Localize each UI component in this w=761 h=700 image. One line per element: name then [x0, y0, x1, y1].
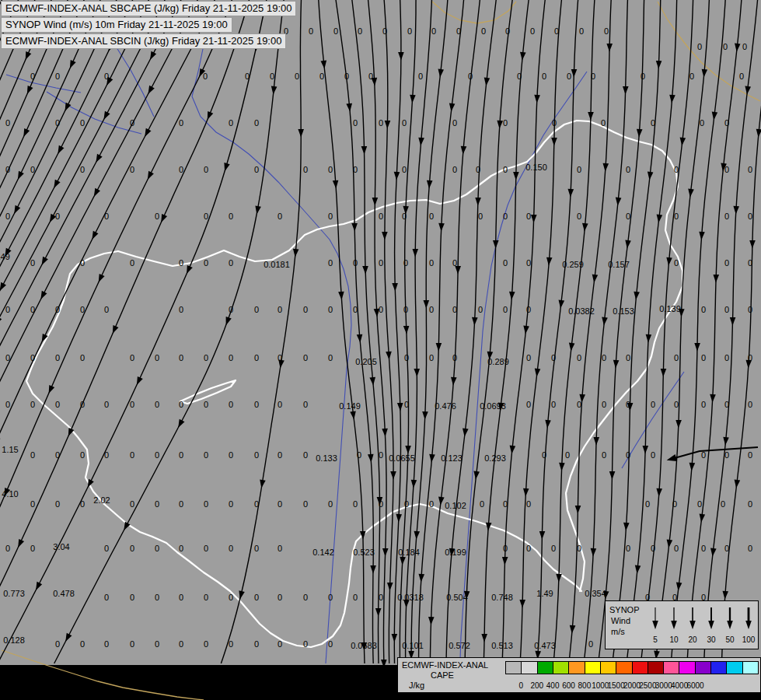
streamline-arrowhead — [199, 68, 205, 77]
wind-speed-legend: SYNOP Wind m/s 510203050100 — [605, 600, 759, 649]
streamline-arrowhead — [357, 334, 363, 343]
streamline-arrowhead — [400, 557, 406, 565]
streamline-arrowhead — [36, 582, 42, 590]
streamline-arrowhead — [99, 274, 105, 282]
cape-tick-value: 800 — [578, 681, 592, 690]
cape-color-swatch — [538, 662, 553, 674]
cape-tick-value: 2500 — [639, 681, 656, 690]
wind-arrow-icons — [606, 604, 758, 634]
streamline-arrowhead — [370, 565, 376, 574]
wind-streamline — [569, 0, 612, 663]
streamline-arrowhead — [502, 557, 508, 565]
title-sbcin: ECMWF-INDEX-ANAL SBCIN (J/kg) Friday 21-… — [1, 33, 286, 49]
streamline-arrowhead — [382, 429, 388, 437]
wind-streamline — [446, 0, 497, 663]
wind-streamline — [0, 0, 122, 373]
streamline-arrowhead — [208, 111, 214, 120]
cape-color-swatch — [743, 662, 758, 674]
streamline-arrowhead — [94, 188, 100, 197]
streamline-arrowhead — [523, 488, 529, 497]
wind-streamline — [334, 0, 373, 663]
streamline-arrowhead — [338, 292, 344, 300]
streamline-arrowhead — [374, 309, 380, 317]
wind-speed-arrow-icon — [745, 621, 752, 629]
streamline-arrowhead — [730, 317, 736, 326]
streamline-arrowhead — [403, 206, 409, 215]
streamline-arrowhead — [745, 86, 751, 95]
wind-streamline — [465, 0, 514, 663]
wind-streamline — [655, 0, 710, 663]
streamline-arrowhead — [137, 376, 143, 385]
country-border-line — [180, 380, 236, 404]
cape-colorbar-legend: ECMWF-INDEX-ANAL CAPE J/kg 0200400600800… — [397, 657, 761, 693]
streamline-arrowhead — [475, 198, 481, 206]
cape-color-swatch — [727, 662, 742, 674]
streamline-arrowhead — [226, 317, 232, 325]
streamline-arrowhead — [575, 506, 581, 514]
streamline-arrowhead — [411, 480, 417, 488]
wind-speed-arrow-icon — [652, 621, 658, 629]
cape-tick-value: 2000 — [623, 681, 641, 690]
streamline-arrowhead — [594, 437, 600, 446]
streamline-arrowhead — [461, 146, 467, 155]
cape-color-swatch — [601, 662, 616, 674]
map-graphics-layer — [0, 0, 761, 700]
streamline-arrowhead — [568, 189, 574, 198]
wind-streamline — [672, 447, 758, 459]
streamline-arrowhead — [723, 437, 729, 446]
country-border-line — [118, 121, 682, 591]
streamline-arrowhead — [161, 214, 167, 222]
streamline-arrowhead — [5, 488, 11, 496]
streamline-arrowhead — [372, 78, 378, 86]
streamline-arrowhead — [603, 591, 609, 600]
streamline-arrowhead — [570, 625, 576, 634]
cape-color-swatch — [664, 662, 679, 674]
streamline-arrowhead — [382, 548, 389, 557]
streamline-arrowhead — [18, 539, 24, 548]
streamline-arrowhead — [26, 51, 32, 60]
streamline-arrowhead — [40, 291, 47, 299]
streamline-arrowhead — [702, 69, 708, 78]
streamline-arrowhead — [70, 60, 76, 68]
streamline-arrowhead — [749, 240, 756, 249]
streamline-arrowhead — [5, 248, 11, 257]
streamline-arrowhead — [520, 52, 526, 61]
streamline-arrowhead — [603, 163, 609, 172]
wind-speed-value: 5 — [653, 635, 658, 644]
cape-color-swatch — [522, 662, 537, 674]
wind-streamline — [613, 0, 661, 663]
streamline-arrowhead — [187, 265, 193, 274]
streamline-arrowhead — [472, 317, 478, 326]
wind-streamline — [671, 0, 726, 663]
streamline-arrowhead — [438, 69, 445, 78]
streamline-arrowhead — [643, 446, 649, 454]
streamline-arrowhead — [361, 146, 368, 155]
wind-streamline — [411, 0, 449, 663]
title-sbcape: ECMWF-INDEX-ANAL SBCAPE (J/kg) Friday 21… — [1, 1, 296, 16]
wind-streamline — [0, 0, 155, 415]
streamline-arrowhead — [556, 574, 562, 583]
cape-color-swatch — [569, 662, 585, 674]
wind-streamline — [584, 0, 628, 663]
cape-color-swatch — [696, 662, 711, 674]
streamline-arrowhead — [0, 317, 2, 325]
streamline-arrowhead — [23, 128, 30, 137]
streamline-arrowhead — [592, 275, 599, 283]
wind-streamline — [687, 0, 742, 663]
streamline-arrowhead — [559, 463, 565, 471]
cape-tick-value: 0 — [519, 681, 524, 690]
streamline-arrowhead — [627, 403, 634, 411]
wind-speed-value: 30 — [707, 635, 715, 644]
streamline-arrowhead — [351, 223, 358, 232]
streamline-arrowhead — [497, 121, 503, 129]
neighbor-border-line — [432, 2, 516, 23]
streamline-arrowhead — [145, 128, 151, 137]
wind-streamline — [0, 0, 253, 663]
cape-tick-value: 3000 — [655, 681, 672, 690]
streamline-arrowhead — [609, 471, 616, 480]
streamline-arrowhead — [346, 103, 352, 112]
streamline-arrowhead — [449, 548, 456, 557]
streamline-arrowhead — [260, 480, 266, 488]
streamline-arrowhead — [646, 334, 652, 343]
cape-tick-value: 6000 — [686, 681, 703, 690]
